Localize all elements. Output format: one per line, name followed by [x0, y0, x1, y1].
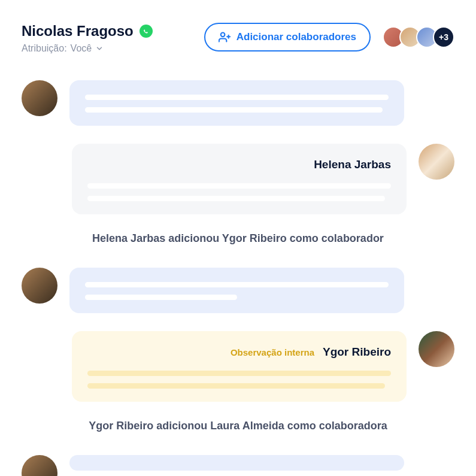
message-bubble: [69, 80, 404, 126]
skeleton-line: [85, 295, 237, 300]
chevron-down-icon: [95, 44, 104, 53]
skeleton-line: [87, 196, 385, 201]
page-title: Nicolas Fragoso: [22, 23, 134, 40]
avatar: [419, 331, 454, 367]
svg-point-0: [220, 33, 225, 37]
assignment-label: Atribuição:: [22, 43, 67, 54]
message-row: Observação interna Ygor Ribeiro: [22, 331, 454, 402]
message-row: [22, 268, 454, 313]
message-sender: Helena Jarbas: [87, 158, 391, 171]
internal-note-label: Observação interna: [231, 347, 314, 357]
system-message: Ygor Ribeiro adicionou Laura Almeida com…: [22, 420, 454, 432]
skeleton-line: [85, 107, 383, 113]
assignment-dropdown[interactable]: Atribuição: Você: [22, 43, 153, 54]
whatsapp-icon: [140, 25, 153, 38]
skeleton-line: [87, 371, 391, 376]
assignment-value: Você: [71, 43, 92, 54]
skeleton-line: [87, 383, 385, 389]
add-person-icon: [219, 31, 231, 43]
avatar: [22, 455, 57, 476]
add-collaborators-button[interactable]: Adicionar colaboradores: [204, 23, 371, 51]
message-row: Helena Jarbas: [22, 144, 454, 214]
skeleton-line: [85, 95, 389, 100]
message-bubble: [69, 455, 404, 471]
avatar-more-count[interactable]: +3: [433, 26, 454, 48]
message-bubble: [69, 268, 404, 313]
skeleton-line: [87, 183, 391, 189]
avatar: [22, 80, 57, 116]
add-collaborators-label: Adicionar colaboradores: [237, 31, 356, 43]
skeleton-line: [85, 282, 389, 287]
header-left: Nicolas Fragoso Atribuição: Você: [22, 23, 153, 54]
message-sender: Ygor Ribeiro: [323, 345, 391, 359]
message-row: [22, 80, 454, 126]
message-bubble-internal-note: Observação interna Ygor Ribeiro: [72, 331, 407, 402]
message-list: Helena Jarbas Helena Jarbas adicionou Yg…: [0, 54, 476, 476]
message-bubble: Helena Jarbas: [72, 144, 407, 214]
avatar: [22, 268, 57, 304]
collaborator-avatar-stack[interactable]: +3: [383, 26, 454, 48]
avatar: [419, 144, 454, 180]
system-message: Helena Jarbas adicionou Ygor Ribeiro com…: [22, 232, 454, 245]
message-row: [22, 455, 454, 476]
